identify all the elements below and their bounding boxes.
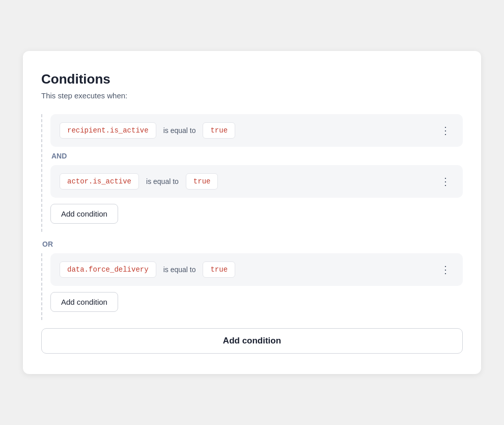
condition-group-1: recipient.is_active is equal to true ⋮ A… [41, 114, 463, 232]
condition-value: true [203, 122, 235, 139]
condition-operator: is equal to [146, 177, 179, 185]
condition-value: true [186, 173, 218, 190]
condition-field: data.force_delivery [60, 261, 156, 278]
condition-value: true [203, 261, 235, 278]
page-title: Conditions [41, 71, 463, 87]
and-label: AND [50, 152, 463, 160]
condition-row: actor.is_active is equal to true ⋮ [50, 165, 463, 198]
more-menu-button[interactable]: ⋮ [437, 123, 454, 138]
or-label: OR [41, 240, 463, 248]
add-condition-button-main[interactable]: Add condition [41, 328, 463, 354]
more-menu-button[interactable]: ⋮ [437, 262, 454, 277]
condition-field: recipient.is_active [60, 122, 156, 139]
condition-field: actor.is_active [60, 173, 139, 190]
add-condition-button-group2[interactable]: Add condition [50, 292, 118, 312]
condition-group-2: data.force_delivery is equal to true ⋮ A… [41, 253, 463, 320]
more-menu-button[interactable]: ⋮ [437, 174, 454, 189]
condition-row: data.force_delivery is equal to true ⋮ [50, 253, 463, 286]
condition-operator: is equal to [163, 265, 196, 274]
add-condition-button-group1[interactable]: Add condition [50, 204, 118, 224]
condition-operator: is equal to [163, 126, 196, 135]
conditions-container: recipient.is_active is equal to true ⋮ A… [41, 114, 463, 354]
condition-row: recipient.is_active is equal to true ⋮ [50, 114, 463, 147]
conditions-card: Conditions This step executes when: reci… [23, 51, 481, 374]
page-subtitle: This step executes when: [41, 91, 463, 100]
